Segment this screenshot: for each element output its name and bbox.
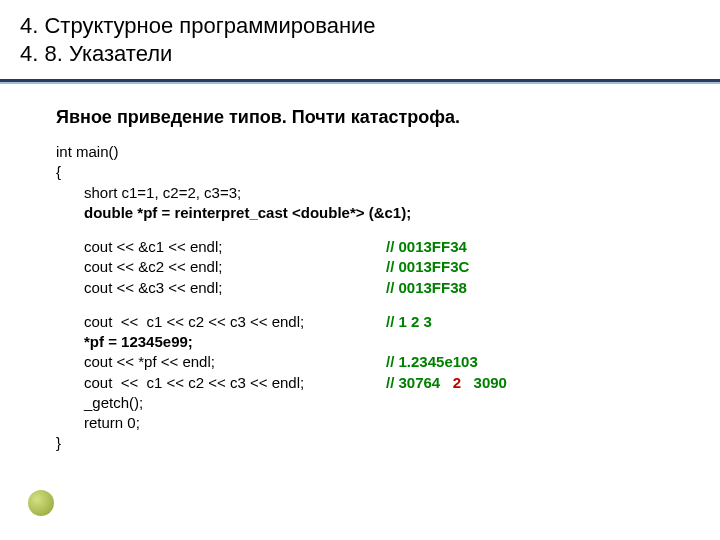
header-line2: 4. 8. Указатели	[20, 41, 172, 66]
code-left: cout << &c3 << endl;	[56, 278, 386, 298]
code-row: cout << c1 << c2 << c3 << endl; // 1 2 3	[56, 312, 670, 332]
code-row: cout << &c2 << endl; // 0013FF3C	[56, 257, 670, 277]
slide-content: Явное приведение типов. Почти катастрофа…	[0, 87, 720, 454]
code-row: cout << &c3 << endl; // 0013FF38	[56, 278, 670, 298]
spacer	[56, 298, 670, 312]
content-subtitle: Явное приведение типов. Почти катастрофа…	[56, 107, 670, 128]
code-left: cout << *pf << endl;	[56, 352, 386, 372]
c4c: 3090	[474, 374, 507, 391]
code-left: cout << c1 << c2 << c3 << endl;	[56, 373, 386, 393]
code-comment: // 0013FF38	[386, 278, 467, 298]
slide-header: 4. Структурное программирование 4. 8. Ук…	[0, 0, 720, 75]
header-title: 4. Структурное программирование 4. 8. Ук…	[20, 12, 700, 67]
code-left: cout << &c2 << endl;	[56, 257, 386, 277]
code-line: {	[56, 162, 670, 182]
divider-light	[0, 82, 720, 84]
code-left: cout << c1 << c2 << c3 << endl;	[56, 312, 386, 332]
code-comment: // 0013FF3C	[386, 257, 469, 277]
code-row: cout << *pf << endl; // 1.2345e103	[56, 352, 670, 372]
code-line: _getch();	[56, 393, 670, 413]
code-line: double *pf = reinterpret_cast <double*> …	[56, 203, 670, 223]
code-line: *pf = 12345e99;	[56, 332, 670, 352]
code-block: int main() { short c1=1, c2=2, c3=3; dou…	[56, 142, 670, 454]
code-line: }	[56, 433, 670, 453]
bullet-dot-icon	[28, 490, 54, 516]
code-row: cout << c1 << c2 << c3 << endl; // 30764…	[56, 373, 670, 393]
c4a: // 30764	[386, 374, 440, 391]
code-line: int main()	[56, 142, 670, 162]
code-row: cout << &c1 << endl; // 0013FF34	[56, 237, 670, 257]
header-divider	[0, 79, 720, 87]
code-line: short c1=1, c2=2, c3=3;	[56, 183, 670, 203]
spacer	[56, 223, 670, 237]
code-line: return 0;	[56, 413, 670, 433]
code-comment: // 0013FF34	[386, 237, 467, 257]
code-left: cout << &c1 << endl;	[56, 237, 386, 257]
code-comment: // 1.2345e103	[386, 352, 478, 372]
header-line1: 4. Структурное программирование	[20, 13, 376, 38]
code-comment: // 1 2 3	[386, 312, 432, 332]
code-comment: // 30764 2 3090	[386, 373, 507, 393]
c4b: 2	[453, 374, 461, 391]
